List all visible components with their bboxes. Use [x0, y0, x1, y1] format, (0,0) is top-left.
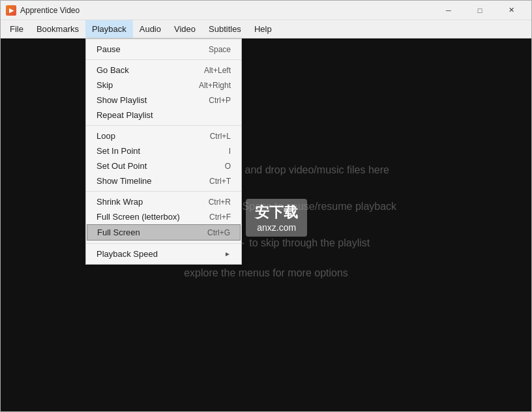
menu-bookmarks[interactable]: Bookmarks	[30, 20, 85, 38]
app-window: ▶ Apprentice Video ─ □ ✕ File Bookmarks …	[0, 0, 532, 412]
menu-item-skip[interactable]: Skip Alt+Right	[86, 78, 241, 93]
close-button[interactable]: ✕	[496, 1, 526, 20]
app-icon: ▶	[6, 5, 16, 16]
separator-1	[86, 59, 241, 60]
video-area: drag and drop video/music files here pre…	[1, 38, 531, 411]
hint-drag-drop: drag and drop video/music files here	[221, 164, 389, 176]
hint-menus: explore the menus for more options	[184, 267, 348, 279]
separator-4	[86, 243, 241, 244]
menu-playback[interactable]: Playback Pause Space Go Back Alt+Left Sk…	[85, 20, 133, 38]
menu-item-pause[interactable]: Pause Space	[86, 42, 241, 57]
menu-item-go-back[interactable]: Go Back Alt+Left	[86, 63, 241, 78]
menu-item-playback-speed[interactable]: Playback Speed ►	[86, 246, 241, 261]
menu-file[interactable]: File	[3, 20, 30, 38]
menu-item-shrink-wrap[interactable]: Shrink Wrap Ctrl+R	[86, 194, 241, 209]
menu-item-show-timeline[interactable]: Show Timeline Ctrl+T	[86, 173, 241, 188]
separator-3	[86, 191, 241, 192]
window-title: Apprentice Video	[20, 6, 434, 15]
menu-item-show-playlist[interactable]: Show Playlist Ctrl+P	[86, 93, 241, 108]
window-controls: ─ □ ✕	[434, 1, 526, 20]
menu-video[interactable]: Video	[168, 20, 202, 38]
video-canvas: drag and drop video/music files here pre…	[1, 38, 531, 411]
title-bar: ▶ Apprentice Video ─ □ ✕	[1, 1, 531, 20]
menu-item-set-in-point[interactable]: Set In Point I	[86, 143, 241, 158]
maximize-button[interactable]: □	[465, 1, 495, 20]
menu-item-full-screen-letterbox[interactable]: Full Screen (letterbox) Ctrl+F	[86, 209, 241, 224]
separator-2	[86, 125, 241, 126]
minimize-button[interactable]: ─	[434, 1, 464, 20]
menu-item-loop[interactable]: Loop Ctrl+L	[86, 128, 241, 143]
menu-help[interactable]: Help	[248, 20, 278, 38]
menu-audio[interactable]: Audio	[133, 20, 168, 38]
playback-dropdown: Pause Space Go Back Alt+Left Skip Alt+Ri…	[85, 38, 242, 265]
menu-bar: File Bookmarks Playback Pause Space Go B…	[1, 20, 531, 38]
menu-subtitles[interactable]: Subtitles	[202, 20, 248, 38]
menu-item-repeat-playlist[interactable]: Repeat Playlist	[86, 108, 241, 123]
submenu-arrow-icon: ►	[224, 250, 231, 258]
menu-item-set-out-point[interactable]: Set Out Point O	[86, 158, 241, 173]
menu-item-full-screen[interactable]: Full Screen Ctrl+G	[87, 224, 241, 241]
